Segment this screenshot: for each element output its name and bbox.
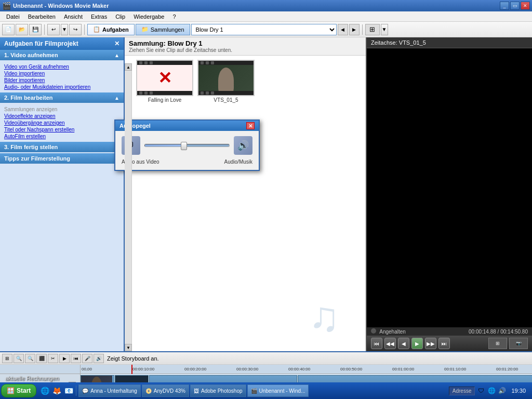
minimize-button[interactable]: _ (500, 2, 509, 10)
redo-button[interactable]: ↪ (69, 24, 82, 35)
music-note-bg: ♫ (309, 293, 340, 341)
sammlungen-tab[interactable]: 📁 Sammlungen (136, 24, 190, 35)
network-icon[interactable]: 🌐 (487, 387, 496, 395)
tl-levels-button[interactable]: 🔊 (94, 354, 104, 363)
menu-wiedergabe[interactable]: Wiedergabe (129, 12, 168, 21)
section1-label: 1. Video aufnehmen (4, 52, 58, 58)
ruler-label-8: 00:01:20:00 (496, 367, 518, 371)
dialog-close-button[interactable]: ✕ (246, 122, 255, 129)
playhead[interactable] (131, 365, 132, 374)
preview-forward-button[interactable]: ▶▶ (425, 338, 436, 349)
menu-help[interactable]: ? (168, 12, 180, 21)
tl-narrate-button[interactable]: 🎤 (82, 354, 92, 363)
tl-zoom-out-button[interactable]: 🔍 (25, 354, 35, 363)
film-hole (201, 61, 204, 64)
take-picture-button[interactable]: 📷 (509, 338, 528, 349)
collection-dropdown[interactable]: Blow Dry 1 (191, 24, 337, 35)
menu-bearbeiten[interactable]: Bearbeiten (24, 12, 60, 21)
panel-header: Aufgaben für Filmprojekt ✕ (0, 37, 124, 50)
videoubergange-link[interactable]: Videoübergänge anzeigen (4, 119, 119, 126)
firefox-icon[interactable]: 🦊 (51, 385, 62, 396)
slider-handle[interactable] (181, 142, 187, 150)
title-bar: 🎬 Unbenannt - Windows Movie Maker _ ▭ ✕ (0, 0, 532, 11)
menu-datei[interactable]: Datei (2, 12, 24, 21)
audiopegel-dialog[interactable]: Audiopegel ✕ 🎙 🔊 Audio aus Video Audio/M… (114, 119, 260, 171)
open-project-button[interactable]: 📂 (16, 24, 28, 35)
audio-importieren-link[interactable]: Audio- oder Musikdateien importieren (4, 84, 119, 90)
photoshop-label: Adobe Photoshop (201, 388, 243, 394)
preview-play-button[interactable]: ▶ (411, 338, 423, 349)
new-project-button[interactable]: 📄 (2, 24, 15, 35)
volume-icon[interactable]: 🔊 (498, 387, 506, 395)
media-item-vts-1[interactable]: VTS_01_5 (197, 60, 255, 339)
person-silhouette (218, 68, 234, 94)
close-button[interactable]: ✕ (521, 2, 530, 10)
preview-go-start-button[interactable]: ⏮ (371, 338, 382, 349)
ruler-label-5: 00:00:50:00 (340, 367, 362, 371)
ie-icon[interactable]: 🌐 (39, 385, 50, 396)
preview-rewind-button[interactable]: ◀◀ (384, 338, 396, 349)
nav-forward-button[interactable]: ▶ (349, 24, 360, 35)
preview-go-end-button[interactable]: ⏭ (438, 338, 450, 349)
ruler-label-3: 00:00:30:00 (236, 367, 258, 371)
scroll-down-button[interactable]: ▼ (125, 344, 132, 351)
restore-button[interactable]: ▭ (510, 2, 520, 10)
film-hole (150, 61, 153, 64)
scroll-up-button[interactable]: ▲ (125, 63, 132, 71)
undo-dropdown[interactable]: ▼ (61, 24, 68, 35)
autofilm-link[interactable]: AutoFilm erstellen (4, 133, 119, 140)
dialog-slider-area: 🎙 🔊 (122, 136, 252, 155)
panel-title: Aufgaben für Filmprojekt (4, 40, 78, 47)
aufgaben-tab[interactable]: 📋 Aufgaben (87, 24, 135, 35)
film-hole (144, 91, 148, 95)
taskbar-anydvd[interactable]: 📀 AnyDVD 43% (142, 384, 189, 397)
section4-header[interactable]: Tipps zur Filmerstellung ▲ (0, 153, 124, 164)
tl-zoom-in-button[interactable]: 🔍 (14, 354, 24, 363)
section1-header[interactable]: 1. Video aufnehmen ▲ (0, 50, 124, 60)
tl-rewind-button[interactable]: ⏮ (71, 354, 81, 363)
menu-ansicht[interactable]: Ansicht (60, 12, 87, 21)
start-button[interactable]: 🪟 Start (1, 384, 36, 397)
nav-back-button[interactable]: ◀ (338, 24, 348, 35)
anydvd-label: AnyDVD 43% (154, 388, 185, 394)
photoshop-icon: 🖼 (194, 388, 199, 394)
preview-back-button[interactable]: ◀ (398, 338, 409, 349)
dialog-title-text: Audiopegel (119, 123, 151, 129)
media-label-vts1: VTS_01_5 (197, 97, 255, 103)
left-panel: Aufgaben für Filmprojekt ✕ 1. Video aufn… (0, 37, 125, 351)
tl-toggle-button[interactable]: ⊞ (2, 354, 12, 363)
storyboard-label: Zeigt Storyboard an. (107, 355, 159, 362)
timestamp-text: 00:00:14.88 / 00:14:50.80 (469, 329, 528, 335)
tl-fit-button[interactable]: ⬛ (36, 354, 47, 363)
section3-header[interactable]: 3. Film fertig stellen ▲ (0, 142, 124, 152)
ruler-label-4: 00:00:40:00 (288, 367, 310, 371)
app-icon-3[interactable]: 📧 (63, 385, 74, 396)
preview-extra-buttons: ⊞ 📷 (488, 338, 528, 349)
menu-clip[interactable]: Clip (111, 12, 129, 21)
tl-play-button[interactable]: ▶ (59, 354, 70, 363)
taskbar-anna[interactable]: 💬 Anna - Unterhaltung (78, 384, 141, 397)
split-clip-button[interactable]: ⊞ (488, 338, 507, 349)
save-project-button[interactable]: 💾 (29, 24, 42, 35)
view-dropdown[interactable]: ▼ (381, 24, 388, 35)
audio-level-slider[interactable] (144, 144, 230, 147)
section2-header[interactable]: 2. Film bearbeiten ▲ (0, 92, 124, 103)
norton-icon[interactable]: 🛡 (477, 387, 485, 395)
panel-close-button[interactable]: ✕ (114, 40, 119, 47)
taskbar-photoshop[interactable]: 🖼 Adobe Photoshop (190, 384, 246, 397)
video-importieren-link[interactable]: Video importieren (4, 70, 119, 77)
titel-link[interactable]: Titel oder Nachspann erstellen (4, 126, 119, 133)
taskbar-moviemaker[interactable]: 🎬 Unbenannt - Wind... (247, 384, 309, 397)
videoeffekte-link[interactable]: Videoeffekte anzeigen (4, 113, 119, 119)
video-aufnehmen-link[interactable]: Video von Gerät aufnehmen (4, 63, 119, 70)
toolbar: 📄 📂 💾 ↩ ▼ ↪ 📋 Aufgaben 📁 Sammlungen Blow… (0, 22, 532, 37)
menu-extras[interactable]: Extras (87, 12, 111, 21)
status-dot (371, 328, 376, 334)
menu-bar: Datei Bearbeiten Ansicht Extras Clip Wie… (0, 11, 532, 22)
system-clock: 19:30 (508, 388, 529, 394)
undo-button[interactable]: ↩ (47, 24, 60, 35)
view-mode-button[interactable]: ⊞ (365, 24, 380, 35)
bilder-importieren-link[interactable]: Bilder importieren (4, 77, 119, 84)
dialog-title-bar: Audiopegel ✕ (115, 121, 259, 131)
tl-split-button[interactable]: ✂ (48, 354, 58, 363)
